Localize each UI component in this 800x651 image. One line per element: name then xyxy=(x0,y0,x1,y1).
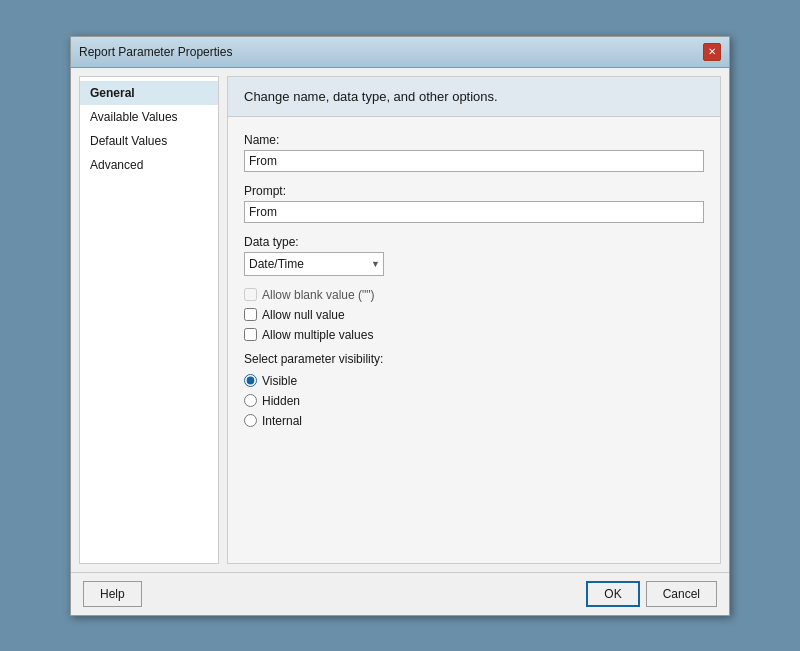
sidebar-item-available-values[interactable]: Available Values xyxy=(80,105,218,129)
allow-null-label: Allow null value xyxy=(262,308,345,322)
name-label: Name: xyxy=(244,133,704,147)
header-description: Change name, data type, and other option… xyxy=(244,89,498,104)
data-type-label: Data type: xyxy=(244,235,704,249)
close-button[interactable]: ✕ xyxy=(703,43,721,61)
title-bar: Report Parameter Properties ✕ xyxy=(71,37,729,68)
visibility-label: Select parameter visibility: xyxy=(244,352,704,366)
dialog-title: Report Parameter Properties xyxy=(79,45,232,59)
radio-hidden-label: Hidden xyxy=(262,394,300,408)
dialog-body: General Available Values Default Values … xyxy=(71,68,729,572)
prompt-group: Prompt: xyxy=(244,184,704,223)
visibility-section: Select parameter visibility: Visible Hid… xyxy=(244,352,704,428)
dialog-window: Report Parameter Properties ✕ General Av… xyxy=(70,36,730,616)
radio-internal[interactable] xyxy=(244,414,257,427)
name-group: Name: xyxy=(244,133,704,172)
allow-blank-group: Allow blank value ("") xyxy=(244,288,704,302)
allow-blank-checkbox[interactable] xyxy=(244,288,257,301)
footer-right-buttons: OK Cancel xyxy=(586,581,717,607)
data-type-select-wrapper: Date/Time Boolean Float Integer Text xyxy=(244,252,384,276)
panel-header: Change name, data type, and other option… xyxy=(228,77,720,117)
allow-blank-label: Allow blank value ("") xyxy=(262,288,375,302)
sidebar-item-default-values[interactable]: Default Values xyxy=(80,129,218,153)
radio-visible[interactable] xyxy=(244,374,257,387)
allow-null-group: Allow null value xyxy=(244,308,704,322)
sidebar-item-advanced[interactable]: Advanced xyxy=(80,153,218,177)
data-type-group: Data type: Date/Time Boolean Float Integ… xyxy=(244,235,704,276)
sidebar-item-general[interactable]: General xyxy=(80,81,218,105)
radio-hidden[interactable] xyxy=(244,394,257,407)
radio-visible-group: Visible xyxy=(244,374,704,388)
main-content: Name: Prompt: Data type: Date/Time Boole… xyxy=(228,117,720,563)
radio-hidden-group: Hidden xyxy=(244,394,704,408)
radio-internal-group: Internal xyxy=(244,414,704,428)
sidebar: General Available Values Default Values … xyxy=(79,76,219,564)
ok-button[interactable]: OK xyxy=(586,581,639,607)
cancel-button[interactable]: Cancel xyxy=(646,581,717,607)
allow-multiple-label: Allow multiple values xyxy=(262,328,373,342)
main-panel: Change name, data type, and other option… xyxy=(227,76,721,564)
allow-null-checkbox[interactable] xyxy=(244,308,257,321)
name-input[interactable] xyxy=(244,150,704,172)
help-button[interactable]: Help xyxy=(83,581,142,607)
data-type-select[interactable]: Date/Time Boolean Float Integer Text xyxy=(244,252,384,276)
allow-multiple-checkbox[interactable] xyxy=(244,328,257,341)
radio-internal-label: Internal xyxy=(262,414,302,428)
prompt-input[interactable] xyxy=(244,201,704,223)
prompt-label: Prompt: xyxy=(244,184,704,198)
allow-multiple-group: Allow multiple values xyxy=(244,328,704,342)
radio-visible-label: Visible xyxy=(262,374,297,388)
dialog-footer: Help OK Cancel xyxy=(71,572,729,615)
